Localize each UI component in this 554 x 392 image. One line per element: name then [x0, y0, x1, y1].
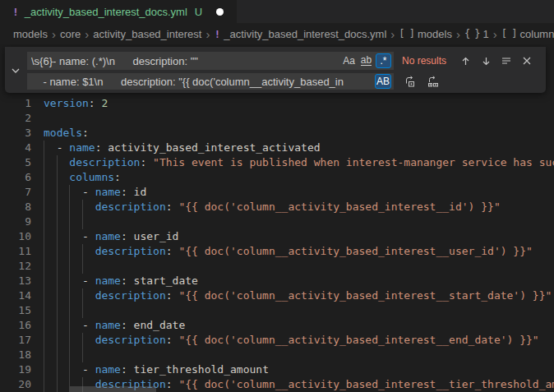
indent-guide	[44, 229, 44, 244]
find-in-selection-button[interactable]	[499, 53, 514, 68]
horizontal-scrollbar-thumb[interactable]	[70, 386, 156, 392]
line-number: 16	[0, 318, 31, 333]
code-line[interactable]: 8 description: "{{ doc('column__activity…	[0, 200, 554, 214]
line-number: 18	[0, 348, 31, 362]
tab-filename: _activity_based_interest_docs.yml	[25, 6, 187, 18]
find-replace-widget: Aa ab .* No results	[5, 47, 546, 93]
indent-guide	[57, 318, 58, 333]
close-icon	[522, 56, 532, 66]
indent-guide	[44, 214, 44, 229]
breadcrumb-item[interactable]: [ ]columns	[501, 28, 554, 40]
indent-guide	[57, 155, 58, 170]
indent-guide	[44, 141, 44, 155]
symbol-kind-icon: { }	[464, 28, 480, 39]
code-line[interactable]: 16 - name: end_date	[0, 318, 554, 333]
indent-guide	[82, 214, 83, 229]
code-line[interactable]: 10 - name: user_id	[0, 229, 554, 244]
breadcrumb-separator-icon: ›	[456, 28, 460, 40]
breadcrumb-item[interactable]: core	[60, 28, 81, 40]
indent-guide	[44, 244, 44, 259]
code-text: description: "{{ doc('column__activity_b…	[44, 333, 539, 348]
indent-guide	[57, 362, 58, 377]
breadcrumb-item[interactable]: !_activity_based_interest_docs.yml	[214, 28, 386, 40]
code-line[interactable]: 4 - name: activity_based_interest_activa…	[0, 141, 554, 155]
line-number: 3	[0, 126, 31, 141]
replace-icon	[404, 75, 417, 88]
code-line[interactable]: 7 - name: id	[0, 185, 554, 200]
close-find-button[interactable]	[519, 53, 534, 68]
indent-guide	[69, 288, 70, 303]
code-text: - name: activity_based_interest_activate…	[44, 141, 321, 155]
match-case-toggle[interactable]: Aa	[341, 53, 357, 68]
previous-match-button[interactable]	[458, 53, 473, 68]
line-number: 19	[0, 362, 31, 377]
replace-all-button[interactable]	[426, 74, 441, 89]
code-text: - name: tier_threshold_amount	[44, 362, 269, 377]
code-line[interactable]: 15	[0, 303, 554, 318]
replace-button[interactable]	[403, 74, 418, 89]
line-number: 17	[0, 333, 31, 348]
code-line[interactable]: 9	[0, 214, 554, 229]
indent-guide	[57, 274, 58, 288]
breadcrumb-item[interactable]: [ ]models	[399, 28, 452, 40]
line-number: 20	[0, 377, 31, 392]
indent-guide	[57, 244, 58, 259]
line-number: 6	[0, 170, 31, 185]
code-line[interactable]: 5 description: "This event is published …	[0, 155, 554, 170]
breadcrumb-separator-icon: ›	[493, 28, 497, 40]
code-editor[interactable]: 1version: 223models:4 - name: activity_b…	[0, 44, 554, 392]
code-line[interactable]: 11 description: "{{ doc('column__activit…	[0, 244, 554, 259]
breadcrumb-separator-icon: ›	[85, 28, 89, 40]
code-line[interactable]: 18	[0, 348, 554, 362]
breadcrumb-item[interactable]: { }1	[464, 28, 489, 40]
find-input-wrap: Aa ab .*	[27, 52, 394, 70]
arrow-up-icon	[460, 56, 471, 67]
indent-guide	[57, 377, 58, 392]
replace-all-icon	[427, 75, 440, 88]
breadcrumb-item[interactable]: activity_based_interest	[93, 28, 201, 40]
code-line[interactable]: 13 - name: start_date	[0, 274, 554, 288]
indent-guide	[82, 303, 83, 318]
code-line[interactable]: 19 - name: tier_threshold_amount	[0, 362, 554, 377]
line-number: 13	[0, 274, 31, 288]
line-number: 14	[0, 288, 31, 303]
line-number: 8	[0, 200, 31, 214]
replace-input[interactable]	[27, 73, 394, 90]
code-text: description: "This event is published wh…	[44, 155, 554, 170]
code-line[interactable]: 6 columns:	[0, 170, 554, 185]
indent-guide	[44, 200, 44, 214]
preserve-case-toggle[interactable]: AB	[375, 74, 391, 89]
regex-toggle[interactable]: .*	[376, 53, 391, 68]
next-match-button[interactable]	[478, 53, 493, 68]
breadcrumb-item[interactable]: models	[13, 28, 48, 40]
modified-indicator-dot[interactable]	[216, 8, 224, 16]
chevron-down-icon	[10, 65, 21, 76]
whole-word-toggle[interactable]: ab	[358, 53, 374, 68]
yaml-file-icon: !	[12, 6, 19, 18]
indent-guide	[44, 170, 44, 185]
indent-guide	[44, 362, 44, 377]
indent-guide	[57, 259, 58, 274]
collapse-replace-button[interactable]	[9, 64, 22, 77]
code-lines: 1version: 223models:4 - name: activity_b…	[0, 96, 554, 392]
code-text: - name: user_id	[44, 229, 178, 244]
code-line[interactable]: 14 description: "{{ doc('column__activit…	[0, 288, 554, 303]
code-line[interactable]: 1version: 2	[0, 96, 554, 111]
line-number: 15	[0, 303, 31, 318]
selection-lines-icon	[501, 55, 512, 67]
tab-active-file[interactable]: ! _activity_based_interest_docs.yml U	[0, 0, 237, 23]
find-input[interactable]	[27, 52, 394, 70]
code-line[interactable]: 17 description: "{{ doc('column__activit…	[0, 333, 554, 348]
breadcrumb-separator-icon: ›	[52, 28, 56, 40]
line-number: 11	[0, 244, 31, 259]
code-line[interactable]: 2	[0, 111, 554, 126]
breadcrumb-label: models	[418, 28, 452, 40]
indent-guide	[69, 303, 70, 318]
code-line[interactable]: 12	[0, 259, 554, 274]
indent-guide	[69, 214, 70, 229]
line-number: 1	[0, 96, 31, 111]
arrow-down-icon	[481, 56, 492, 67]
indent-guide	[69, 348, 70, 362]
replace-buttons	[403, 73, 441, 90]
code-line[interactable]: 3models:	[0, 126, 554, 141]
